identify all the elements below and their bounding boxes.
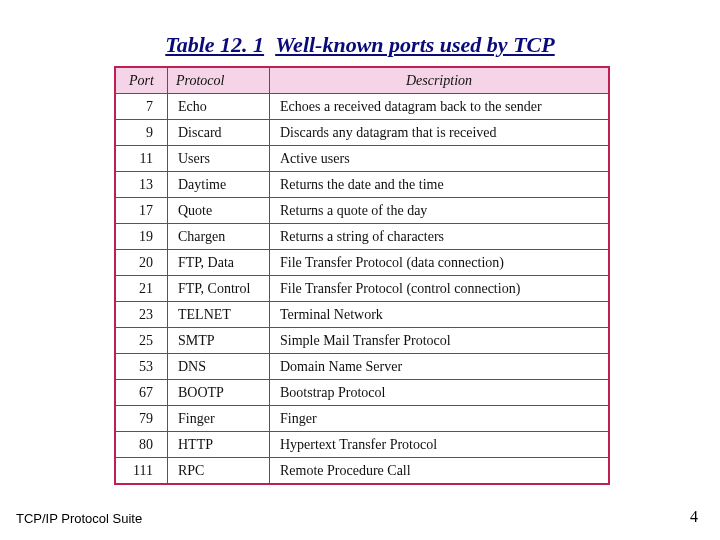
cell-port: 9 [116, 120, 168, 146]
cell-description: File Transfer Protocol (control connecti… [270, 276, 609, 302]
cell-port: 80 [116, 432, 168, 458]
table-row: 23TELNETTerminal Network [116, 302, 609, 328]
cell-description: Returns a quote of the day [270, 198, 609, 224]
table-title: Table 12. 1 Well-known ports used by TCP [0, 32, 720, 58]
cell-port: 13 [116, 172, 168, 198]
cell-protocol: Chargen [168, 224, 270, 250]
cell-description: Terminal Network [270, 302, 609, 328]
cell-protocol: RPC [168, 458, 270, 484]
table-number: Table 12. 1 [165, 32, 264, 57]
cell-port: 19 [116, 224, 168, 250]
page-number: 4 [690, 508, 698, 526]
cell-protocol: BOOTP [168, 380, 270, 406]
table-row: 11UsersActive users [116, 146, 609, 172]
cell-description: Remote Procedure Call [270, 458, 609, 484]
cell-protocol: Echo [168, 94, 270, 120]
table-row: 19ChargenReturns a string of characters [116, 224, 609, 250]
col-header-port: Port [116, 68, 168, 94]
cell-description: Active users [270, 146, 609, 172]
table-row: 9DiscardDiscards any datagram that is re… [116, 120, 609, 146]
ports-table: Port Protocol Description 7EchoEchoes a … [115, 67, 609, 484]
cell-protocol: Finger [168, 406, 270, 432]
cell-description: Echoes a received datagram back to the s… [270, 94, 609, 120]
cell-port: 17 [116, 198, 168, 224]
table-row: 53DNSDomain Name Server [116, 354, 609, 380]
ports-table-body: 7EchoEchoes a received datagram back to … [116, 94, 609, 484]
col-header-description: Description [270, 68, 609, 94]
cell-description: Returns a string of characters [270, 224, 609, 250]
cell-protocol: TELNET [168, 302, 270, 328]
cell-description: File Transfer Protocol (data connection) [270, 250, 609, 276]
cell-protocol: FTP, Control [168, 276, 270, 302]
cell-description: Hypertext Transfer Protocol [270, 432, 609, 458]
cell-protocol: HTTP [168, 432, 270, 458]
ports-table-wrapper: Port Protocol Description 7EchoEchoes a … [114, 66, 610, 485]
cell-protocol: FTP, Data [168, 250, 270, 276]
cell-description: Bootstrap Protocol [270, 380, 609, 406]
table-row: 67BOOTPBootstrap Protocol [116, 380, 609, 406]
cell-description: Finger [270, 406, 609, 432]
col-header-protocol: Protocol [168, 68, 270, 94]
table-row: 79FingerFinger [116, 406, 609, 432]
cell-protocol: Daytime [168, 172, 270, 198]
table-row: 7EchoEchoes a received datagram back to … [116, 94, 609, 120]
table-row: 13DaytimeReturns the date and the time [116, 172, 609, 198]
cell-port: 79 [116, 406, 168, 432]
cell-description: Simple Mail Transfer Protocol [270, 328, 609, 354]
cell-port: 11 [116, 146, 168, 172]
cell-port: 25 [116, 328, 168, 354]
cell-description: Domain Name Server [270, 354, 609, 380]
cell-protocol: SMTP [168, 328, 270, 354]
cell-protocol: Users [168, 146, 270, 172]
cell-protocol: DNS [168, 354, 270, 380]
table-row: 111RPCRemote Procedure Call [116, 458, 609, 484]
cell-port: 21 [116, 276, 168, 302]
table-row: 25SMTPSimple Mail Transfer Protocol [116, 328, 609, 354]
cell-protocol: Quote [168, 198, 270, 224]
cell-description: Returns the date and the time [270, 172, 609, 198]
table-header-row: Port Protocol Description [116, 68, 609, 94]
cell-protocol: Discard [168, 120, 270, 146]
cell-port: 23 [116, 302, 168, 328]
table-row: 21FTP, ControlFile Transfer Protocol (co… [116, 276, 609, 302]
cell-port: 111 [116, 458, 168, 484]
table-row: 17QuoteReturns a quote of the day [116, 198, 609, 224]
cell-port: 53 [116, 354, 168, 380]
table-caption: Well-known ports used by TCP [275, 32, 555, 57]
footer-source: TCP/IP Protocol Suite [16, 511, 142, 526]
table-row: 20FTP, DataFile Transfer Protocol (data … [116, 250, 609, 276]
cell-port: 7 [116, 94, 168, 120]
cell-port: 67 [116, 380, 168, 406]
cell-port: 20 [116, 250, 168, 276]
table-row: 80HTTPHypertext Transfer Protocol [116, 432, 609, 458]
cell-description: Discards any datagram that is received [270, 120, 609, 146]
